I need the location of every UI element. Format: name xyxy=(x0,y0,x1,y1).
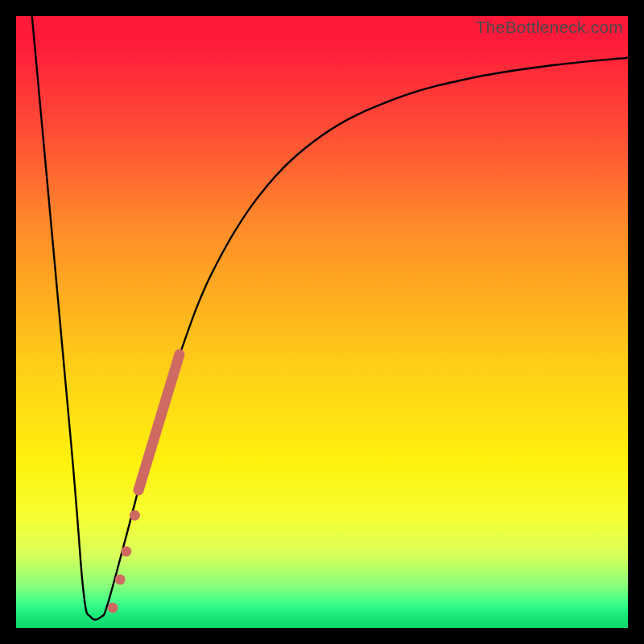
dot-markers xyxy=(108,510,140,613)
chart-svg xyxy=(16,16,628,628)
highlight-band xyxy=(138,354,180,490)
plot-area: TheBottleneck.com xyxy=(16,16,628,628)
curve-line xyxy=(32,16,628,620)
dot-marker xyxy=(108,602,118,613)
dot-marker xyxy=(130,510,140,521)
dot-marker xyxy=(121,547,131,557)
chart-frame: TheBottleneck.com xyxy=(0,0,644,644)
dot-marker xyxy=(115,574,126,584)
